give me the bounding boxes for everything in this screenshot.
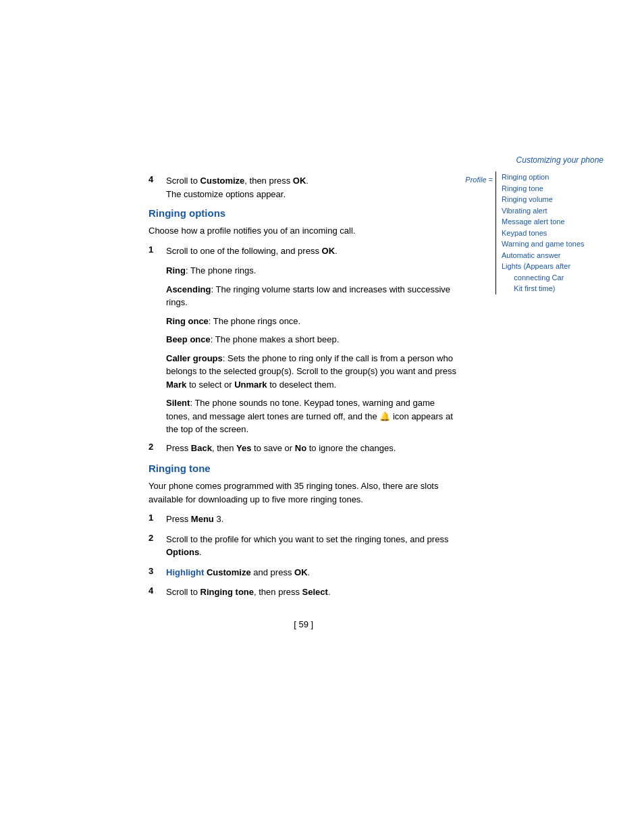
- section2-step3-number: 3: [149, 566, 162, 576]
- beep-once-desc: : The phone makes a short beep.: [211, 334, 340, 344]
- ring-once-def: Ring once: The phone rings once.: [166, 315, 458, 328]
- section2-step2-content: Scroll to the profile for which you want…: [166, 533, 458, 559]
- step4-sub: The customize options appear.: [166, 189, 286, 199]
- content-area: Customizing your phone 4 Scroll to Custo…: [149, 155, 603, 636]
- section2-step3-block: 3 Highlight Customize and press OK.: [149, 566, 458, 579]
- sidebar-item-keypad-tones: Keypad tones: [502, 228, 603, 239]
- page-footer: [ 59 ]: [149, 619, 458, 629]
- ascending-term: Ascending: [166, 284, 211, 294]
- section2-step1-content: Press Menu 3.: [166, 513, 458, 526]
- sidebar-item-warning-game-tones: Warning and game tones: [502, 238, 603, 250]
- section1-step1-content: Scroll to one of the following, and pres…: [166, 244, 458, 258]
- section1-step1-number: 1: [149, 244, 162, 255]
- section2-intro: Your phone comes programmed with 35 ring…: [149, 479, 458, 506]
- ring-def: Ring: The phone rings.: [166, 264, 458, 278]
- section2-step2-number: 2: [149, 533, 162, 543]
- section2-step3-content: Highlight Customize and press OK.: [166, 566, 458, 579]
- silent-def: Silent: The phone sounds no tone. Keypad…: [166, 396, 458, 436]
- section1-step2-block: 2 Press Back, then Yes to save or No to …: [149, 442, 458, 455]
- page-container: Customizing your phone 4 Scroll to Custo…: [0, 0, 644, 834]
- page-header-title: Customizing your phone: [516, 155, 603, 165]
- sidebar-item-ringing-volume: Ringing volume: [502, 194, 603, 205]
- section1-step1-text: Scroll to one of the following, and pres…: [166, 246, 338, 256]
- sidebar-item-message-alert-tone: Message alert tone: [502, 216, 603, 228]
- section1-heading: Ringing options: [149, 207, 458, 219]
- step4-text: Scroll to Customize, then press OK.: [166, 176, 308, 186]
- step4-item: 4 Scroll to Customize, then press OK. Th…: [149, 174, 458, 201]
- section2-step1-block: 1 Press Menu 3.: [149, 513, 458, 526]
- section2-heading: Ringing tone: [149, 463, 458, 474]
- beep-once-term: Beep once: [166, 334, 211, 344]
- step4-main: 4 Scroll to Customize, then press OK. Th…: [149, 174, 458, 629]
- caller-groups-term: Caller groups: [166, 353, 223, 363]
- step4-number: 4: [149, 174, 162, 184]
- section2-step4-block: 4 Scroll to Ringing tone, then press Sel…: [149, 585, 458, 599]
- sidebar-area: Profile = Ringing option Ringing tone Ri…: [465, 174, 603, 629]
- sidebar-item-automatic-answer: Automatic answer: [502, 250, 603, 261]
- section1-step2-content: Press Back, then Yes to save or No to ig…: [166, 442, 458, 455]
- section1-step1-block: 1 Scroll to one of the following, and pr…: [149, 244, 458, 258]
- ring-term: Ring: [166, 265, 186, 276]
- ascending-def: Ascending: The ringing volume starts low…: [166, 283, 458, 309]
- section2-step4-number: 4: [149, 585, 162, 596]
- sidebar-item-ringing-tone: Ringing tone: [502, 183, 603, 194]
- silent-term: Silent: [166, 398, 190, 408]
- section2-step4-text: Scroll to Ringing tone, then press Selec…: [166, 587, 331, 597]
- ring-desc: : The phone rings.: [186, 265, 257, 276]
- sidebar-item-ringing-option: Ringing option: [502, 172, 603, 183]
- page-header: Customizing your phone: [149, 155, 603, 165]
- section1-intro: Choose how a profile notifies you of an …: [149, 224, 458, 238]
- beep-once-def: Beep once: The phone makes a short beep.: [166, 333, 458, 346]
- section1-step2-number: 2: [149, 442, 162, 452]
- profile-label: Profile =: [465, 176, 493, 184]
- section2-step2-text: Scroll to the profile for which you want…: [166, 534, 448, 558]
- sidebar-menu: Ringing option Ringing tone Ringing volu…: [495, 172, 603, 294]
- section2-step3-text: Highlight Customize and press OK.: [166, 567, 310, 577]
- section2-step2-block: 2 Scroll to the profile for which you wa…: [149, 533, 458, 559]
- page-number: [ 59 ]: [294, 619, 313, 629]
- caller-groups-def: Caller groups: Sets the phone to ring on…: [166, 352, 458, 392]
- section2-step1-number: 1: [149, 513, 162, 523]
- section2-step1-text: Press Menu 3.: [166, 514, 223, 524]
- step4-content: Scroll to Customize, then press OK. The …: [166, 174, 458, 201]
- silent-desc: : The phone sounds no tone. Keypad tones…: [166, 398, 453, 434]
- step4-block: 4 Scroll to Customize, then press OK. Th…: [149, 174, 603, 629]
- section1-step2-text: Press Back, then Yes to save or No to ig…: [166, 443, 396, 453]
- sidebar-item-lights: Lights (Appears after connecting Car Kit…: [502, 261, 603, 294]
- section2-step4-content: Scroll to Ringing tone, then press Selec…: [166, 585, 458, 599]
- ring-once-term: Ring once: [166, 316, 209, 326]
- sidebar-item-vibrating-alert: Vibrating alert: [502, 205, 603, 217]
- ring-once-desc: : The phone rings once.: [209, 316, 300, 326]
